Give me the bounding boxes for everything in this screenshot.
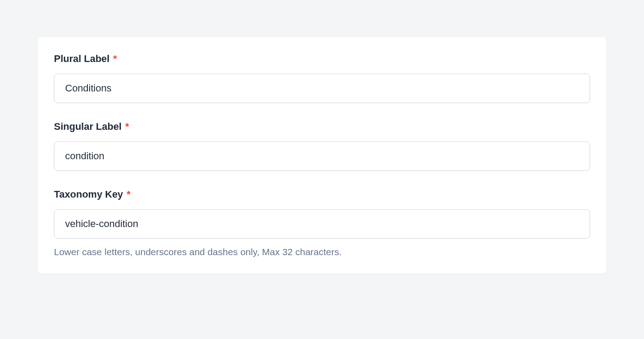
- plural-label-group: Plural Label *: [54, 53, 590, 103]
- plural-label-text: Plural Label: [54, 53, 110, 64]
- plural-label-label: Plural Label *: [54, 53, 590, 65]
- taxonomy-key-text: Taxonomy Key: [54, 189, 123, 200]
- form-card: Plural Label * Singular Label * Taxonomy…: [38, 37, 606, 273]
- singular-label-input[interactable]: [54, 141, 590, 171]
- required-indicator: *: [113, 53, 117, 64]
- singular-label-group: Singular Label *: [54, 121, 590, 171]
- singular-label-label: Singular Label *: [54, 121, 590, 132]
- singular-label-text: Singular Label: [54, 121, 122, 132]
- required-indicator: *: [125, 121, 129, 132]
- taxonomy-key-help: Lower case letters, underscores and dash…: [54, 247, 590, 257]
- taxonomy-key-input[interactable]: [54, 209, 590, 239]
- taxonomy-key-label: Taxonomy Key *: [54, 189, 590, 200]
- required-indicator: *: [127, 189, 131, 200]
- plural-label-input[interactable]: [54, 74, 590, 103]
- taxonomy-key-group: Taxonomy Key * Lower case letters, under…: [54, 189, 590, 257]
